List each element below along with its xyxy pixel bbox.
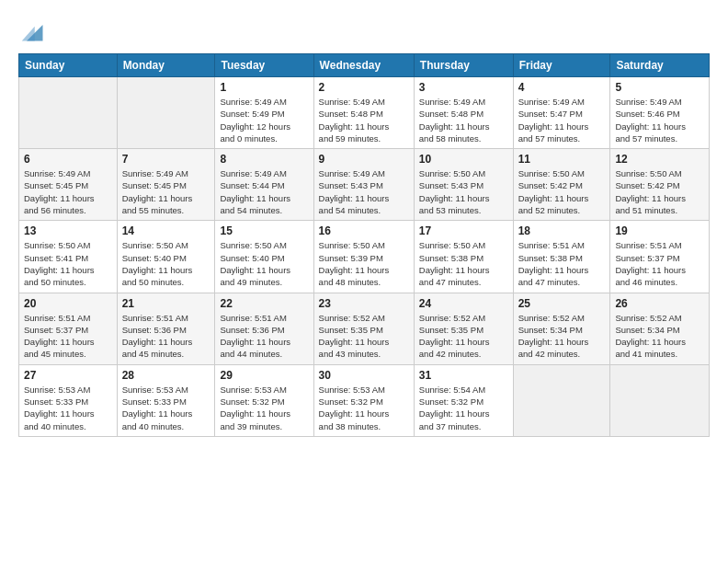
cell-day-number: 17: [419, 224, 508, 237]
logo-icon: [20, 18, 46, 44]
cell-info-text: Sunrise: 5:53 AMSunset: 5:32 PMDaylight:…: [220, 384, 308, 432]
calendar-cell: 29Sunrise: 5:53 AMSunset: 5:32 PMDayligh…: [215, 364, 313, 436]
cell-day-number: 12: [615, 153, 704, 166]
cell-day-number: 31: [419, 369, 508, 382]
header: [18, 17, 710, 44]
calendar-cell: 6Sunrise: 5:49 AMSunset: 5:45 PMDaylight…: [19, 149, 118, 221]
calendar-cell: 20Sunrise: 5:51 AMSunset: 5:37 PMDayligh…: [19, 293, 118, 364]
cell-info-text: Sunrise: 5:52 AMSunset: 5:35 PMDaylight:…: [419, 312, 508, 361]
cell-info-text: Sunrise: 5:52 AMSunset: 5:35 PMDaylight:…: [319, 312, 409, 361]
calendar-cell: 28Sunrise: 5:53 AMSunset: 5:33 PMDayligh…: [117, 364, 215, 436]
cell-day-number: 6: [24, 153, 112, 166]
cell-info-text: Sunrise: 5:49 AMSunset: 5:48 PMDaylight:…: [419, 96, 508, 144]
calendar-table: SundayMondayTuesdayWednesdayThursdayFrid…: [18, 53, 710, 437]
calendar-week-row: 1Sunrise: 5:49 AMSunset: 5:49 PMDaylight…: [19, 77, 710, 149]
calendar-cell: 30Sunrise: 5:53 AMSunset: 5:32 PMDayligh…: [313, 364, 414, 436]
cell-day-number: 7: [122, 153, 210, 166]
cell-day-number: 21: [122, 297, 210, 310]
cell-day-number: 20: [24, 297, 112, 310]
weekday-header-sunday: Sunday: [19, 54, 118, 77]
logo: [18, 17, 46, 44]
cell-info-text: Sunrise: 5:51 AMSunset: 5:37 PMDaylight:…: [615, 239, 704, 288]
calendar-cell: 16Sunrise: 5:50 AMSunset: 5:39 PMDayligh…: [313, 221, 414, 293]
calendar-cell: 1Sunrise: 5:49 AMSunset: 5:49 PMDaylight…: [215, 77, 313, 149]
calendar-cell: 14Sunrise: 5:50 AMSunset: 5:40 PMDayligh…: [117, 221, 215, 293]
calendar-cell: 24Sunrise: 5:52 AMSunset: 5:35 PMDayligh…: [414, 293, 513, 364]
cell-info-text: Sunrise: 5:51 AMSunset: 5:37 PMDaylight:…: [24, 312, 112, 361]
calendar-cell: [610, 364, 710, 436]
cell-info-text: Sunrise: 5:49 AMSunset: 5:46 PMDaylight:…: [615, 96, 704, 144]
weekday-header-row: SundayMondayTuesdayWednesdayThursdayFrid…: [19, 54, 710, 77]
calendar-cell: 17Sunrise: 5:50 AMSunset: 5:38 PMDayligh…: [414, 221, 513, 293]
cell-info-text: Sunrise: 5:50 AMSunset: 5:42 PMDaylight:…: [518, 167, 606, 216]
calendar-cell: 9Sunrise: 5:49 AMSunset: 5:43 PMDaylight…: [313, 149, 414, 221]
cell-info-text: Sunrise: 5:50 AMSunset: 5:39 PMDaylight:…: [319, 239, 409, 288]
cell-day-number: 26: [615, 297, 704, 310]
calendar-cell: 2Sunrise: 5:49 AMSunset: 5:48 PMDaylight…: [313, 77, 414, 149]
cell-day-number: 25: [518, 297, 606, 310]
cell-day-number: 27: [24, 369, 112, 382]
cell-info-text: Sunrise: 5:50 AMSunset: 5:43 PMDaylight:…: [419, 167, 508, 216]
cell-day-number: 23: [319, 297, 409, 310]
cell-day-number: 13: [24, 224, 112, 237]
calendar-cell: 21Sunrise: 5:51 AMSunset: 5:36 PMDayligh…: [117, 293, 215, 364]
cell-info-text: Sunrise: 5:54 AMSunset: 5:32 PMDaylight:…: [419, 384, 508, 432]
page: SundayMondayTuesdayWednesdayThursdayFrid…: [0, 0, 728, 563]
cell-info-text: Sunrise: 5:53 AMSunset: 5:33 PMDaylight:…: [122, 384, 210, 432]
weekday-header-friday: Friday: [513, 54, 610, 77]
weekday-header-thursday: Thursday: [414, 54, 513, 77]
cell-info-text: Sunrise: 5:49 AMSunset: 5:48 PMDaylight:…: [319, 96, 409, 144]
calendar-week-row: 20Sunrise: 5:51 AMSunset: 5:37 PMDayligh…: [19, 293, 710, 364]
cell-info-text: Sunrise: 5:49 AMSunset: 5:44 PMDaylight:…: [220, 167, 308, 216]
weekday-header-monday: Monday: [117, 54, 215, 77]
cell-day-number: 5: [615, 81, 704, 94]
cell-info-text: Sunrise: 5:52 AMSunset: 5:34 PMDaylight:…: [615, 312, 704, 361]
cell-day-number: 3: [419, 81, 508, 94]
calendar-cell: 7Sunrise: 5:49 AMSunset: 5:45 PMDaylight…: [117, 149, 215, 221]
cell-day-number: 30: [319, 369, 409, 382]
cell-day-number: 19: [615, 224, 704, 237]
cell-info-text: Sunrise: 5:50 AMSunset: 5:40 PMDaylight:…: [220, 239, 308, 288]
calendar-cell: 3Sunrise: 5:49 AMSunset: 5:48 PMDaylight…: [414, 77, 513, 149]
calendar-cell: 19Sunrise: 5:51 AMSunset: 5:37 PMDayligh…: [610, 221, 710, 293]
calendar-cell: [117, 77, 215, 149]
calendar-week-row: 27Sunrise: 5:53 AMSunset: 5:33 PMDayligh…: [19, 364, 710, 436]
cell-day-number: 22: [220, 297, 308, 310]
calendar-week-row: 13Sunrise: 5:50 AMSunset: 5:41 PMDayligh…: [19, 221, 710, 293]
calendar-cell: [513, 364, 610, 436]
cell-day-number: 29: [220, 369, 308, 382]
cell-day-number: 18: [518, 224, 606, 237]
calendar-cell: 5Sunrise: 5:49 AMSunset: 5:46 PMDaylight…: [610, 77, 710, 149]
cell-day-number: 15: [220, 224, 308, 237]
cell-day-number: 1: [220, 81, 308, 94]
cell-info-text: Sunrise: 5:49 AMSunset: 5:47 PMDaylight:…: [518, 96, 606, 144]
calendar-week-row: 6Sunrise: 5:49 AMSunset: 5:45 PMDaylight…: [19, 149, 710, 221]
calendar-cell: 23Sunrise: 5:52 AMSunset: 5:35 PMDayligh…: [313, 293, 414, 364]
calendar-cell: 22Sunrise: 5:51 AMSunset: 5:36 PMDayligh…: [215, 293, 313, 364]
cell-info-text: Sunrise: 5:50 AMSunset: 5:40 PMDaylight:…: [122, 239, 210, 288]
calendar-cell: 15Sunrise: 5:50 AMSunset: 5:40 PMDayligh…: [215, 221, 313, 293]
calendar-cell: 18Sunrise: 5:51 AMSunset: 5:38 PMDayligh…: [513, 221, 610, 293]
cell-info-text: Sunrise: 5:49 AMSunset: 5:45 PMDaylight:…: [122, 167, 210, 216]
cell-day-number: 9: [319, 153, 409, 166]
calendar-cell: 11Sunrise: 5:50 AMSunset: 5:42 PMDayligh…: [513, 149, 610, 221]
cell-info-text: Sunrise: 5:50 AMSunset: 5:41 PMDaylight:…: [24, 239, 112, 288]
cell-info-text: Sunrise: 5:53 AMSunset: 5:33 PMDaylight:…: [24, 384, 112, 432]
weekday-header-wednesday: Wednesday: [313, 54, 414, 77]
calendar-cell: 31Sunrise: 5:54 AMSunset: 5:32 PMDayligh…: [414, 364, 513, 436]
calendar-cell: 10Sunrise: 5:50 AMSunset: 5:43 PMDayligh…: [414, 149, 513, 221]
calendar-cell: 27Sunrise: 5:53 AMSunset: 5:33 PMDayligh…: [19, 364, 118, 436]
calendar-cell: 26Sunrise: 5:52 AMSunset: 5:34 PMDayligh…: [610, 293, 710, 364]
cell-info-text: Sunrise: 5:50 AMSunset: 5:38 PMDaylight:…: [419, 239, 508, 288]
cell-info-text: Sunrise: 5:52 AMSunset: 5:34 PMDaylight:…: [518, 312, 606, 361]
calendar-cell: 25Sunrise: 5:52 AMSunset: 5:34 PMDayligh…: [513, 293, 610, 364]
cell-day-number: 28: [122, 369, 210, 382]
calendar-cell: 12Sunrise: 5:50 AMSunset: 5:42 PMDayligh…: [610, 149, 710, 221]
cell-info-text: Sunrise: 5:51 AMSunset: 5:38 PMDaylight:…: [518, 239, 606, 288]
cell-info-text: Sunrise: 5:49 AMSunset: 5:49 PMDaylight:…: [220, 96, 308, 144]
calendar-cell: 13Sunrise: 5:50 AMSunset: 5:41 PMDayligh…: [19, 221, 118, 293]
weekday-header-saturday: Saturday: [610, 54, 710, 77]
cell-day-number: 14: [122, 224, 210, 237]
weekday-header-tuesday: Tuesday: [215, 54, 313, 77]
calendar-cell: [19, 77, 118, 149]
